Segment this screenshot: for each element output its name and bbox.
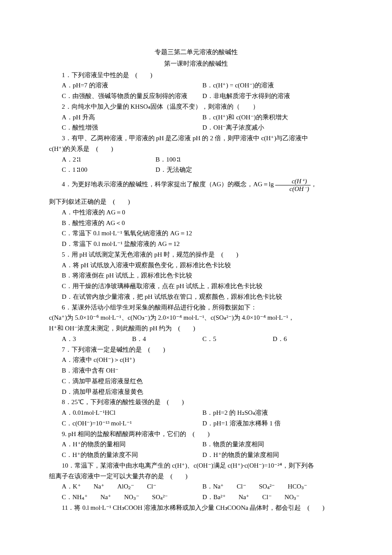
q4-frac-num: c(H⁺) <box>275 178 310 185</box>
q2-row2: C．酸性增强 D．OH⁻离子浓度减小 <box>49 122 343 133</box>
q7-d: D．滴加甲基橙后溶液显黄色 <box>49 387 343 397</box>
q9-row2: C．H⁺的物质的量浓度不同 D．H⁺的物质的量浓度相同 <box>49 450 343 460</box>
q3-c: C．1∶100 <box>62 165 156 175</box>
q2-c: C．酸性增强 <box>62 122 202 133</box>
q4-stem2: 则下列叙述正确的是 ( ) <box>49 197 343 207</box>
fraction-icon: c(H⁺) c(OH⁻) <box>275 178 310 192</box>
q11-stem: 11．将 0.l mol·L⁻¹ CH₃COOH 溶液加水稀释或加入少量 CH₃… <box>49 503 343 513</box>
q3-b: B．100∶1 <box>156 154 343 165</box>
q2-a: A．pH 升高 <box>62 112 202 123</box>
q8-b: B．pH=2 的 H₂SO₄溶液 <box>202 408 343 418</box>
q1-row1: A．pH=7 的溶液 B．c(H⁺) = c(OH⁻)的溶液 <box>49 80 343 91</box>
q3-stem2: c(H⁺)的关系是 ( ) <box>49 144 343 154</box>
q6-opts: A．3 B．4 C．5 D．6 <box>49 334 343 344</box>
q8-c: C．c(OH⁻)=10⁻¹³ mol·L⁻¹ <box>62 418 202 429</box>
q4-stem-post: ， <box>311 181 317 188</box>
q5-d: D．在试管内放少量溶液，把 pH 试纸放在管口，观察颜色，跟标准比色卡比较 <box>49 292 343 302</box>
q6-d: D．6 <box>273 334 343 344</box>
q3-d: D．无法确定 <box>156 165 343 175</box>
q5-a: A．将 pH 试纸放入溶液中观察颜色变化，跟标准比色卡比较 <box>49 260 343 271</box>
q1-c: C．由强酸、强碱等物质的量反应制得的溶液 <box>62 91 202 101</box>
q3-a: A．2∶1 <box>62 154 156 165</box>
q1-a: A．pH=7 的溶液 <box>62 80 202 91</box>
q10-stem2: 组离子在该溶液中一定可以大量共存的是 ( ) <box>49 471 343 482</box>
q8-stem: 8．25℃，下列溶液的酸性最强的是 ( ) <box>49 397 343 408</box>
q4-d: D．常温下 0.l mol·L⁻¹ 盐酸溶液的 AG＝12 <box>49 239 343 249</box>
q1-row2: C．由强酸、强碱等物质的量反应制得的溶液 D．非电解质溶于水得到的溶液 <box>49 91 343 101</box>
q10-row2: C．NH₄⁺ Na⁺ NO₃⁻ SO₄²⁻ D．Ba²⁺ Na⁺ Cl⁻ NO₃… <box>49 492 343 503</box>
q9-c: C．H⁺的物质的量浓度不同 <box>62 450 202 460</box>
q10-a: A．K⁺ Na⁺ AlO₂⁻ Cl⁻ <box>62 481 202 492</box>
q2-d: D．OH⁻离子浓度减小 <box>202 122 343 133</box>
q5-b: B．将溶液倒在 pH 试纸上，跟标准比色卡比较 <box>49 270 343 281</box>
q9-stem: 9. pH 相同的盐酸和醋酸两种溶液中，它们的 ( ) <box>49 429 343 439</box>
q5-c: C．用干燥的洁净玻璃棒蘸取溶液，点在 pH 试纸上，跟标准比色卡比较 <box>49 281 343 292</box>
q8-d: D．pH=1 溶液加水稀释 1 倍 <box>202 418 343 429</box>
q2-b: B．c(H⁺)和 c(OH⁻)的乘积增大 <box>202 112 343 123</box>
q10-stem1: 10．常温下，某溶液中由水电离产生的 c(H⁺)、c(OH⁻)满足 c(H⁺)·… <box>49 460 343 471</box>
q4-frac-den: c(OH⁻) <box>275 185 310 193</box>
q7-stem: 7．下列溶液一定是碱性的是 ( ) <box>49 344 343 355</box>
q4-a: A．中性溶液的 AG＝0 <box>49 207 343 218</box>
q6-c: C．5 <box>202 334 273 344</box>
doc-title-1: 专题三第二单元溶液的酸碱性 <box>49 47 343 58</box>
q7-a: A．溶液中 c(OH⁻)＞c(H⁺) <box>49 355 343 365</box>
q9-d: D．H⁺的物质的量浓度相同 <box>202 450 343 460</box>
q6-stem2: c(Na⁺)为 5.0×10⁻⁶ mol·L⁻¹、c(NO₃⁻)为 2.0×10… <box>49 312 343 323</box>
q1-d: D．非电解质溶于水得到的溶液 <box>202 91 343 101</box>
q8-row2: C．c(OH⁻)=10⁻¹³ mol·L⁻¹ D．pH=1 溶液加水稀释 1 倍 <box>49 418 343 429</box>
q6-stem1: 6．某课外活动小组学生对采集的酸雨样品进行化验，所得数据如下： <box>49 302 343 313</box>
q1-stem: 1．下列溶液呈中性的是 ( ) <box>49 70 343 81</box>
q9-a: A．H⁺的物质的量相同 <box>62 439 202 450</box>
q3-row1: A．2∶1 B．100∶1 <box>49 154 343 165</box>
q6-stem3: H⁺和 OH⁻浓度未测定，则此酸雨的 pH 约为 ( ) <box>49 323 343 334</box>
q10-b: B．Na⁺ Cl⁻ SO₄²⁻ HCO₃⁻ <box>202 481 343 492</box>
q4-stem-pre: 4．为更好地表示溶液的酸碱性，科学家提出了酸度（AG）的概念，AG＝lg <box>62 181 274 188</box>
doc-title-2: 第一课时溶液的酸碱性 <box>49 58 343 69</box>
q2-stem: 2．向纯水中加入少量的 KHSO₄固体（温度不变），则溶液的（ ） <box>49 101 343 112</box>
q9-row1: A．H⁺的物质的量相同 B．物质的量浓度相同 <box>49 439 343 450</box>
q7-c: C．滴加甲基橙后溶液显红色 <box>49 376 343 387</box>
q2-row1: A．pH 升高 B．c(H⁺)和 c(OH⁻)的乘积增大 <box>49 112 343 123</box>
q8-row1: A．0.01mol·L⁻¹HCl B．pH=2 的 H₂SO₄溶液 <box>49 408 343 418</box>
q4-stem: 4．为更好地表示溶液的酸碱性，科学家提出了酸度（AG）的概念，AG＝lg c(H… <box>49 178 343 192</box>
q4-c: C．常温下 0.l mol·L⁻¹ 氢氧化钠溶液的 AG＝12 <box>49 228 343 239</box>
q3-row2: C．1∶100 D．无法确定 <box>49 165 343 175</box>
q5-stem: 5．用 pH 试纸测定某无色溶液的 pH 时，规范的操作是 ( ) <box>49 249 343 260</box>
q6-a: A．3 <box>62 334 132 344</box>
q1-b: B．c(H⁺) = c(OH⁻)的溶液 <box>202 80 343 91</box>
q10-c: C．NH₄⁺ Na⁺ NO₃⁻ SO₄²⁻ <box>62 492 202 503</box>
q9-b: B．物质的量浓度相同 <box>202 439 343 450</box>
q10-d: D．Ba²⁺ Na⁺ Cl⁻ NO₃⁻ <box>202 492 343 503</box>
q7-b: B．溶液中含有 OH⁻ <box>49 365 343 376</box>
q6-b: B．4 <box>132 334 202 344</box>
q3-stem1: 3．有甲、乙两种溶液，甲溶液的 pH 是乙溶液 pH 的 2 倍，则甲溶液中 c… <box>49 133 343 144</box>
q10-row1: A．K⁺ Na⁺ AlO₂⁻ Cl⁻ B．Na⁺ Cl⁻ SO₄²⁻ HCO₃⁻ <box>49 481 343 492</box>
q4-b: B．酸性溶液的 AG＜0 <box>49 218 343 228</box>
q8-a: A．0.01mol·L⁻¹HCl <box>62 408 202 418</box>
